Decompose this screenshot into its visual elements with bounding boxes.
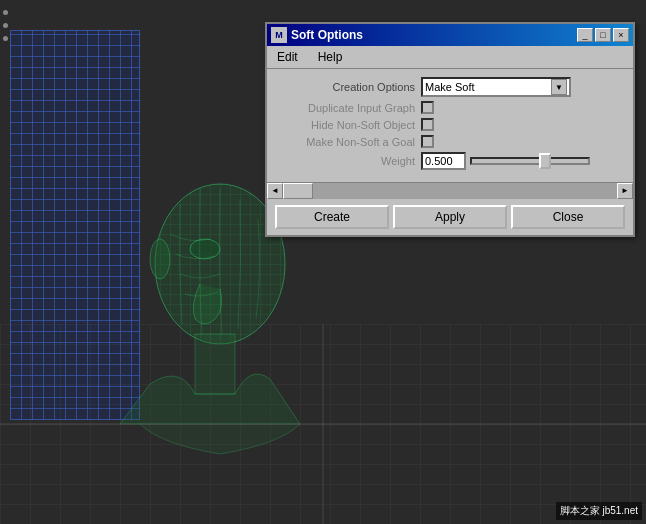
maximize-button[interactable]: □ bbox=[595, 28, 611, 42]
creation-options-row: Creation Options Make Soft ▼ bbox=[275, 77, 625, 97]
close-title-button[interactable]: × bbox=[613, 28, 629, 42]
svg-point-3 bbox=[190, 239, 220, 259]
minimize-button[interactable]: _ bbox=[577, 28, 593, 42]
dialog-title: Soft Options bbox=[291, 28, 577, 42]
weight-slider-thumb[interactable] bbox=[539, 153, 551, 169]
viewport-dots bbox=[3, 10, 8, 41]
dialog-content: Creation Options Make Soft ▼ Duplicate I… bbox=[267, 69, 633, 182]
dialog-titlebar: M Soft Options _ □ × bbox=[267, 24, 633, 46]
menubar: Edit Help bbox=[267, 46, 633, 69]
make-nonsoft-checkbox[interactable] bbox=[421, 135, 434, 148]
scroll-left-button[interactable]: ◄ bbox=[267, 183, 283, 199]
scroll-thumb[interactable] bbox=[283, 183, 313, 199]
horizontal-scrollbar: ◄ ► bbox=[267, 182, 633, 198]
svg-point-4 bbox=[150, 239, 170, 279]
weight-slider-track[interactable] bbox=[470, 157, 590, 165]
dropdown-arrow-icon: ▼ bbox=[551, 79, 567, 95]
scroll-right-button[interactable]: ► bbox=[617, 183, 633, 199]
dot-3 bbox=[3, 36, 8, 41]
watermark: 脚本之家 jb51.net bbox=[556, 502, 642, 520]
dialog-icon: M bbox=[271, 27, 287, 43]
close-button[interactable]: Close bbox=[511, 205, 625, 229]
creation-options-dropdown[interactable]: Make Soft ▼ bbox=[421, 77, 571, 97]
dot-1 bbox=[3, 10, 8, 15]
hide-nonsoft-checkbox[interactable] bbox=[421, 118, 434, 131]
weight-row: Weight bbox=[275, 152, 625, 170]
soft-options-dialog: M Soft Options _ □ × Edit Help Creation … bbox=[265, 22, 635, 237]
menu-help[interactable]: Help bbox=[312, 48, 349, 66]
watermark-text: 脚本之家 jb51.net bbox=[560, 505, 638, 516]
hide-nonsoft-label: Hide Non-Soft Object bbox=[275, 119, 415, 131]
make-nonsoft-row: Make Non-Soft a Goal bbox=[275, 135, 625, 148]
duplicate-input-checkbox[interactable] bbox=[421, 101, 434, 114]
dialog-buttons: Create Apply Close bbox=[267, 198, 633, 235]
weight-slider-container bbox=[470, 157, 590, 165]
make-nonsoft-label: Make Non-Soft a Goal bbox=[275, 136, 415, 148]
creation-options-label: Creation Options bbox=[275, 81, 415, 93]
weight-label: Weight bbox=[275, 155, 415, 167]
viewport: M Soft Options _ □ × Edit Help Creation … bbox=[0, 0, 646, 524]
hide-nonsoft-row: Hide Non-Soft Object bbox=[275, 118, 625, 131]
dot-2 bbox=[3, 23, 8, 28]
weight-input[interactable] bbox=[421, 152, 466, 170]
ground-grid bbox=[0, 324, 646, 524]
scroll-track[interactable] bbox=[283, 183, 617, 199]
apply-button[interactable]: Apply bbox=[393, 205, 507, 229]
dropdown-value: Make Soft bbox=[425, 81, 551, 93]
menu-edit[interactable]: Edit bbox=[271, 48, 304, 66]
create-button[interactable]: Create bbox=[275, 205, 389, 229]
duplicate-input-label: Duplicate Input Graph bbox=[275, 102, 415, 114]
title-buttons: _ □ × bbox=[577, 28, 629, 42]
duplicate-input-row: Duplicate Input Graph bbox=[275, 101, 625, 114]
